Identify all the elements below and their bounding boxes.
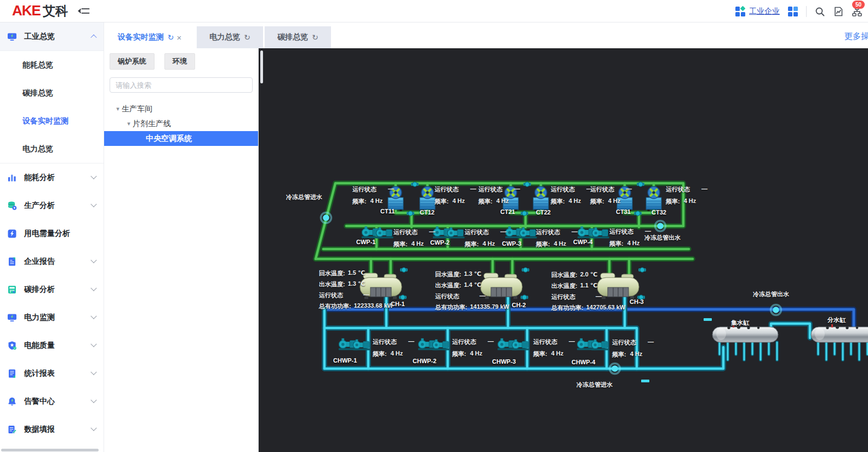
chwp4-status-label: 运行状态— 频率:4 Hz bbox=[612, 338, 654, 359]
tank-drop-pipes bbox=[719, 342, 867, 360]
device-tree-panel: 锅炉系统 环境 ▾ 生产车间 ▾ 片剂生产线 中央空调系统 bbox=[104, 48, 259, 452]
boiler-system-button[interactable]: 锅炉系统 bbox=[110, 53, 155, 70]
sidebar-item-power-overview[interactable]: 电力总览 bbox=[0, 135, 104, 163]
close-icon[interactable]: × bbox=[176, 33, 181, 42]
ct22-status-label: 运行状态— 频率:4 Hz bbox=[551, 185, 592, 206]
pipe-fitting bbox=[634, 211, 642, 216]
ct12-name: CT12 bbox=[420, 209, 435, 216]
chwp3-name: CHWP-3 bbox=[492, 358, 516, 365]
sidebar-item-label: 数据填报 bbox=[24, 425, 92, 434]
sidebar-item-carbon-analysis[interactable]: 碳排分析 bbox=[0, 275, 104, 303]
form-edit-icon bbox=[7, 425, 17, 434]
sidebar-item-energy-analysis[interactable]: 能耗分析 bbox=[0, 163, 104, 191]
collector-tank-label: 集水缸 bbox=[731, 319, 749, 327]
pipe-fitting bbox=[407, 211, 414, 216]
org-structure-icon[interactable]: 50 bbox=[852, 6, 863, 17]
sidebar-item-label: 能耗分析 bbox=[24, 173, 92, 183]
header-actions: 工业企业 bbox=[735, 0, 863, 22]
cooling-tower-ct22[interactable] bbox=[533, 187, 549, 211]
chwp-pump-3[interactable] bbox=[498, 338, 529, 351]
ct11-status-label: 运行状态— 频率:4 Hz bbox=[352, 185, 394, 206]
sidebar-item-label: 电能质量 bbox=[24, 341, 92, 351]
app-logo: AKE 艾科 bbox=[12, 2, 68, 20]
cooling-tower-ct32[interactable] bbox=[646, 187, 661, 211]
sidebar-item-label: 碳排分析 bbox=[24, 285, 92, 295]
bar-chart-icon bbox=[7, 173, 17, 183]
more-actions-link[interactable]: 更多操作 bbox=[844, 31, 868, 42]
document-icon bbox=[7, 369, 17, 378]
collapse-sidebar-icon[interactable] bbox=[78, 6, 90, 16]
refresh-icon[interactable]: ↻ bbox=[312, 33, 318, 42]
trend-report-icon[interactable] bbox=[833, 6, 844, 17]
org-switch[interactable]: 工业企业 bbox=[735, 6, 780, 17]
tree-node-label: 片剂生产线 bbox=[133, 119, 171, 129]
sidebar-item-power-quality[interactable]: 电能质量 bbox=[0, 331, 104, 359]
report-icon bbox=[7, 257, 17, 267]
tab-bar: 设备实时监测 ↻ × 电力总览 ↻ 碳排总览 ↻ 更多操作 bbox=[104, 22, 868, 48]
tree-node-workshop[interactable]: ▾ 生产车间 bbox=[104, 101, 258, 116]
horizontal-scrollbar[interactable] bbox=[1, 449, 99, 451]
sidebar-item-carbon-overview[interactable]: 碳排总览 bbox=[0, 79, 104, 107]
sidebar-item-data-entry[interactable]: 数据填报 bbox=[0, 415, 104, 443]
apps-grid-icon bbox=[735, 6, 746, 17]
search-icon[interactable] bbox=[814, 6, 825, 17]
tab-carbon-overview[interactable]: 碳排总览 ↻ bbox=[265, 26, 331, 48]
tree-node-tablet-line[interactable]: ▾ 片剂生产线 bbox=[104, 116, 258, 131]
valve-fitting bbox=[521, 295, 528, 300]
search-input[interactable] bbox=[110, 77, 253, 93]
pipe-label-right-outlet: 冷冻总管出水 bbox=[753, 290, 789, 298]
environment-button[interactable]: 环境 bbox=[164, 53, 195, 70]
caret-down-icon[interactable]: ▾ bbox=[125, 120, 133, 127]
scada-canvas: 冷冻总管进水 冷冻总管出水 冷冻总管出水 冷冻总管进水 运行状态— 频率:4 H… bbox=[259, 48, 868, 452]
sidebar-item-power-monitor[interactable]: 电力监测 bbox=[0, 303, 104, 331]
sidebar-item-industry-overview[interactable]: 工业总览 bbox=[0, 22, 104, 50]
pipe-fitting bbox=[521, 211, 528, 216]
tank-drop-pipes-outline bbox=[719, 342, 867, 360]
sidebar-item-power-demand[interactable]: 用电需量分析 bbox=[0, 219, 104, 247]
refresh-icon[interactable]: ↻ bbox=[244, 33, 250, 42]
database-icon bbox=[7, 201, 17, 211]
caret-down-icon[interactable]: ▾ bbox=[114, 105, 122, 112]
pipe-label-left-inlet: 冷冻总管进水 bbox=[286, 193, 322, 201]
tab-label: 设备实时监测 bbox=[118, 32, 164, 42]
chevron-up-icon bbox=[90, 34, 96, 40]
chwp-pump-1[interactable] bbox=[339, 338, 370, 351]
cwp3-status-label: 运行状态— 频率:4 Hz bbox=[536, 228, 578, 248]
valve-fitting bbox=[400, 268, 408, 272]
tab-device-monitor[interactable]: 设备实时监测 ↻ × bbox=[104, 26, 195, 48]
chwp-pump-4[interactable] bbox=[577, 338, 609, 351]
sidebar-item-energy-overview[interactable]: 能耗总览 bbox=[0, 51, 104, 79]
pipe-fitting bbox=[523, 182, 531, 187]
monitor-bolt-icon bbox=[7, 313, 17, 323]
pipe-label-bottom-inlet: 冷冻总管进水 bbox=[576, 381, 613, 389]
chevron-down-icon bbox=[90, 397, 96, 403]
sidebar-item-device-monitor[interactable]: 设备实时监测 bbox=[0, 107, 104, 135]
alarm-count-badge: 50 bbox=[852, 1, 865, 9]
sidebar-item-enterprise-report[interactable]: 企业报告 bbox=[0, 247, 104, 275]
distributor-tank[interactable] bbox=[811, 324, 868, 342]
tree-node-central-ac[interactable]: 中央空调系统 bbox=[104, 131, 258, 146]
ct31-name: CT31 bbox=[616, 208, 631, 215]
valve-fitting bbox=[522, 268, 529, 272]
sidebar-item-label: 统计报表 bbox=[24, 369, 92, 378]
sidebar-item-alarm-center[interactable]: 告警中心 bbox=[0, 387, 104, 415]
cwp3-name: CWP-3 bbox=[502, 240, 521, 247]
workspace-grid-icon[interactable] bbox=[787, 6, 798, 17]
cooling-tower-ct12[interactable] bbox=[420, 187, 435, 211]
ch3-data-label: 回水温度:2.0 ℃ 出水温度:1.1 ℃ 运行状态— 总有功功率:142705… bbox=[551, 271, 625, 315]
cwp2-status-label: 运行状态— 频率:4 Hz bbox=[465, 228, 506, 248]
tab-power-overview[interactable]: 电力总览 ↻ bbox=[197, 26, 263, 48]
cwp1-name: CWP-1 bbox=[356, 239, 375, 245]
refresh-icon[interactable]: ↻ bbox=[168, 33, 174, 42]
cwp4-status-label: 运行状态— 频率:4 Hz bbox=[609, 228, 651, 248]
vertical-scrollbar[interactable] bbox=[260, 50, 263, 83]
chwp1-status-label: 运行状态— 频率:4 Hz bbox=[373, 338, 414, 358]
sidebar-item-production-analysis[interactable]: 生产分析 bbox=[0, 191, 104, 219]
chwp-pump-2[interactable] bbox=[418, 338, 450, 351]
sidebar-item-label: 生产分析 bbox=[24, 201, 92, 211]
sidebar-item-statistics-report[interactable]: 统计报表 bbox=[0, 359, 104, 387]
cwp1-status-label: 运行状态— 频率:4 Hz bbox=[393, 228, 435, 248]
cwp2-name: CWP-2 bbox=[430, 239, 449, 246]
org-link[interactable]: 工业企业 bbox=[749, 7, 780, 16]
logo-text-red: AKE bbox=[12, 2, 41, 19]
